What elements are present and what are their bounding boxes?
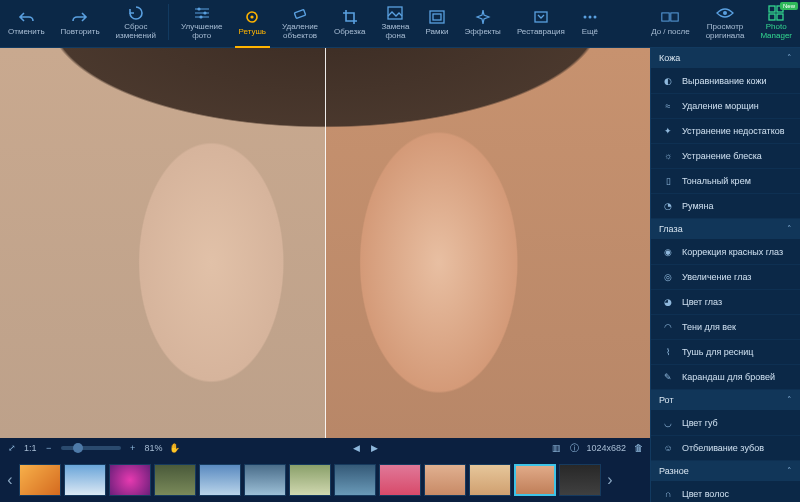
thumbnail[interactable] bbox=[334, 464, 376, 496]
thumbnail-strip: ‹ › bbox=[0, 458, 650, 502]
reset-label: Сброс изменений bbox=[116, 23, 156, 40]
tool-shine-removal[interactable]: ☼Устранение блеска bbox=[651, 144, 800, 169]
photo-manager-button[interactable]: New Photo Manager bbox=[752, 0, 800, 44]
tool-blush[interactable]: ◔Румяна bbox=[651, 194, 800, 219]
svg-point-1 bbox=[203, 11, 206, 14]
section-eyes[interactable]: Глаза˄ bbox=[651, 219, 800, 240]
chevron-up-icon: ˄ bbox=[787, 466, 792, 476]
blush-icon: ◔ bbox=[661, 199, 675, 213]
hand-icon[interactable]: ✋ bbox=[169, 442, 181, 454]
tool-eye-enlarge[interactable]: ◎Увеличение глаз bbox=[651, 265, 800, 290]
zoom-in-icon[interactable]: + bbox=[127, 442, 139, 454]
new-badge: New bbox=[780, 2, 798, 10]
tool-redeye[interactable]: ◉Коррекция красных глаз bbox=[651, 240, 800, 265]
undo-icon bbox=[17, 8, 35, 26]
histogram-icon[interactable]: ▥ bbox=[550, 442, 562, 454]
crop-button[interactable]: Обрезка bbox=[326, 0, 373, 44]
blemish-icon: ✦ bbox=[661, 124, 675, 138]
tool-lip-color[interactable]: ◡Цвет губ bbox=[651, 411, 800, 436]
remove-objects-label: Удаление объектов bbox=[282, 23, 318, 40]
thumbnail[interactable] bbox=[19, 464, 61, 496]
svg-point-4 bbox=[251, 15, 254, 18]
enlarge-icon: ◎ bbox=[661, 270, 675, 284]
redo-button[interactable]: Повторить bbox=[53, 0, 108, 44]
tool-eye-color[interactable]: ◕Цвет глаз bbox=[651, 290, 800, 315]
thumbnail[interactable] bbox=[379, 464, 421, 496]
zoom-slider[interactable] bbox=[61, 446, 121, 450]
thumbnail[interactable] bbox=[244, 464, 286, 496]
tool-skin-smoothing[interactable]: ◐Выравнивание кожи bbox=[651, 69, 800, 94]
thumbnail[interactable] bbox=[154, 464, 196, 496]
svg-rect-13 bbox=[662, 13, 669, 21]
svg-rect-7 bbox=[430, 11, 444, 23]
restoration-button[interactable]: Реставрация bbox=[509, 0, 573, 44]
next-image-icon[interactable]: ▶ bbox=[369, 442, 381, 454]
tool-eyeshadow[interactable]: ◠Тени для век bbox=[651, 315, 800, 340]
section-mouth[interactable]: Рот˄ bbox=[651, 390, 800, 411]
prev-image-icon[interactable]: ◀ bbox=[351, 442, 363, 454]
tool-foundation[interactable]: ▯Тональный крем bbox=[651, 169, 800, 194]
reset-button[interactable]: Сброс изменений bbox=[108, 0, 164, 44]
svg-rect-5 bbox=[294, 9, 305, 18]
tool-mascara[interactable]: ⌇Тушь для ресниц bbox=[651, 340, 800, 365]
section-misc[interactable]: Разное˄ bbox=[651, 461, 800, 482]
eyeshadow-icon: ◠ bbox=[661, 320, 675, 334]
tool-blemish-removal[interactable]: ✦Устранение недостатков bbox=[651, 119, 800, 144]
tool-teeth-whitening[interactable]: ☺Отбеливание зубов bbox=[651, 436, 800, 461]
view-original-label: Просмотр оригинала bbox=[706, 23, 745, 40]
more-button[interactable]: Ещё bbox=[573, 0, 607, 44]
svg-point-10 bbox=[583, 15, 586, 18]
thumbnail[interactable] bbox=[289, 464, 331, 496]
thumbnail[interactable] bbox=[64, 464, 106, 496]
background-replace-button[interactable]: Замена фона bbox=[373, 0, 417, 44]
crop-icon bbox=[341, 8, 359, 26]
svg-point-2 bbox=[199, 15, 202, 18]
redeye-icon: ◉ bbox=[661, 245, 675, 259]
restoration-label: Реставрация bbox=[517, 28, 565, 36]
effects-label: Эффекты bbox=[465, 28, 501, 36]
tool-eyebrow-pencil[interactable]: ✎Карандаш для бровей bbox=[651, 365, 800, 390]
photo-preview bbox=[0, 48, 650, 438]
thumbnail[interactable] bbox=[199, 464, 241, 496]
frames-button[interactable]: Рамки bbox=[418, 0, 457, 44]
retouch-button[interactable]: Ретушь bbox=[231, 0, 275, 44]
smoothing-icon: ◐ bbox=[661, 74, 675, 88]
frames-label: Рамки bbox=[426, 28, 449, 36]
thumbnail[interactable] bbox=[424, 464, 466, 496]
remove-objects-button[interactable]: Удаление объектов bbox=[274, 0, 326, 44]
trash-icon[interactable]: 🗑 bbox=[632, 442, 644, 454]
before-after-button[interactable]: До / после bbox=[643, 0, 698, 44]
image-canvas[interactable] bbox=[0, 48, 650, 438]
crop-label: Обрезка bbox=[334, 28, 365, 36]
foundation-icon: ▯ bbox=[661, 174, 675, 188]
enhance-button[interactable]: Улучшение фото bbox=[173, 0, 231, 44]
thumbs-prev[interactable]: ‹ bbox=[4, 462, 16, 498]
undo-label: Отменить bbox=[8, 28, 45, 36]
eye-icon bbox=[716, 4, 734, 21]
compare-divider[interactable] bbox=[325, 48, 326, 438]
thumbnail[interactable] bbox=[559, 464, 601, 496]
info-icon[interactable]: ⓘ bbox=[568, 442, 580, 454]
thumbnail[interactable] bbox=[469, 464, 511, 496]
frames-icon bbox=[428, 8, 446, 26]
svg-rect-16 bbox=[769, 6, 775, 12]
tool-wrinkle-removal[interactable]: ≈Удаление морщин bbox=[651, 94, 800, 119]
thumbnail-selected[interactable] bbox=[514, 464, 556, 496]
effects-button[interactable]: Эффекты bbox=[457, 0, 509, 44]
tool-hair-color[interactable]: ∩Цвет волос bbox=[651, 482, 800, 502]
dots-icon bbox=[581, 8, 599, 26]
view-original-button[interactable]: Просмотр оригинала bbox=[698, 0, 753, 44]
redo-label: Повторить bbox=[61, 28, 100, 36]
zoom-out-icon[interactable]: − bbox=[43, 442, 55, 454]
chevron-up-icon: ˄ bbox=[787, 224, 792, 234]
undo-button[interactable]: Отменить bbox=[0, 0, 53, 44]
status-bar: ⤢ 1:1 − + 81% ✋ ◀ ▶ ▥ ⓘ 1024x682 🗑 bbox=[0, 438, 650, 458]
section-skin[interactable]: Кожа˄ bbox=[651, 48, 800, 69]
thumbs-next[interactable]: › bbox=[604, 462, 616, 498]
fit-label[interactable]: 1:1 bbox=[24, 443, 37, 453]
thumbnail[interactable] bbox=[109, 464, 151, 496]
sparkle-icon bbox=[474, 8, 492, 26]
zoom-value: 81% bbox=[145, 443, 163, 453]
image-dimensions: 1024x682 bbox=[586, 443, 626, 453]
fit-expand-icon[interactable]: ⤢ bbox=[6, 442, 18, 454]
